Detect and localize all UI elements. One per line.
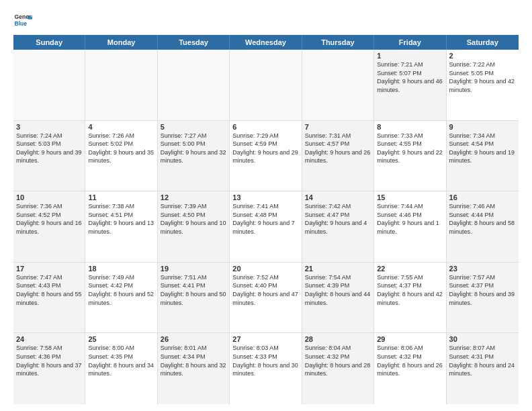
day-number: 18 — [88, 265, 154, 273]
calendar-cell — [85, 50, 157, 120]
day-number: 13 — [232, 193, 298, 201]
calendar-cell: 1Sunrise: 7:21 AM Sunset: 5:07 PM Daylig… — [374, 50, 446, 120]
day-number: 5 — [161, 123, 226, 131]
calendar-cell: 10Sunrise: 7:36 AM Sunset: 4:52 PM Dayli… — [13, 191, 85, 262]
calendar-cell: 30Sunrise: 8:07 AM Sunset: 4:31 PM Dayli… — [447, 333, 519, 404]
calendar-header-cell: Tuesday — [158, 35, 230, 50]
cell-details: Sunrise: 7:24 AM Sunset: 5:03 PM Dayligh… — [16, 132, 82, 165]
day-number: 4 — [88, 123, 154, 131]
cell-details: Sunrise: 7:47 AM Sunset: 4:43 PM Dayligh… — [16, 273, 82, 307]
calendar-cell: 14Sunrise: 7:42 AM Sunset: 4:47 PM Dayli… — [302, 191, 374, 262]
day-number: 3 — [16, 123, 82, 131]
calendar-header-cell: Friday — [374, 35, 446, 50]
calendar-cell: 4Sunrise: 7:26 AM Sunset: 5:02 PM Daylig… — [85, 121, 157, 191]
calendar-cell: 11Sunrise: 7:38 AM Sunset: 4:51 PM Dayli… — [85, 191, 157, 262]
calendar-cell: 24Sunrise: 7:58 AM Sunset: 4:36 PM Dayli… — [13, 333, 85, 404]
calendar-cell: 27Sunrise: 8:03 AM Sunset: 4:33 PM Dayli… — [230, 333, 302, 404]
day-number: 2 — [449, 52, 516, 60]
cell-details: Sunrise: 7:33 AM Sunset: 4:55 PM Dayligh… — [377, 132, 443, 165]
day-number: 29 — [377, 335, 443, 343]
cell-details: Sunrise: 7:21 AM Sunset: 5:07 PM Dayligh… — [377, 60, 443, 94]
cell-details: Sunrise: 7:39 AM Sunset: 4:50 PM Dayligh… — [161, 202, 226, 236]
calendar: SundayMondayTuesdayWednesdayThursdayFrid… — [13, 35, 519, 404]
calendar-cell: 22Sunrise: 7:55 AM Sunset: 4:37 PM Dayli… — [374, 263, 446, 333]
day-number: 27 — [232, 335, 298, 343]
day-number: 11 — [88, 193, 154, 201]
calendar-cell: 21Sunrise: 7:54 AM Sunset: 4:39 PM Dayli… — [302, 263, 374, 333]
logo-icon: General Blue — [13, 11, 32, 30]
calendar-header-cell: Wednesday — [230, 35, 302, 50]
cell-details: Sunrise: 8:01 AM Sunset: 4:34 PM Dayligh… — [161, 344, 226, 377]
calendar-body: 1Sunrise: 7:21 AM Sunset: 5:07 PM Daylig… — [13, 50, 519, 404]
day-number: 28 — [305, 335, 371, 343]
calendar-cell: 23Sunrise: 7:57 AM Sunset: 4:37 PM Dayli… — [447, 263, 519, 333]
day-number: 15 — [377, 193, 443, 201]
calendar-row: 24Sunrise: 7:58 AM Sunset: 4:36 PM Dayli… — [13, 333, 519, 404]
day-number: 23 — [449, 265, 516, 273]
day-number: 20 — [232, 265, 298, 273]
cell-details: Sunrise: 8:04 AM Sunset: 4:32 PM Dayligh… — [305, 344, 371, 377]
calendar-cell: 12Sunrise: 7:39 AM Sunset: 4:50 PM Dayli… — [158, 191, 230, 262]
calendar-cell: 7Sunrise: 7:31 AM Sunset: 4:57 PM Daylig… — [302, 121, 374, 191]
cell-details: Sunrise: 7:44 AM Sunset: 4:46 PM Dayligh… — [377, 202, 443, 236]
calendar-row: 1Sunrise: 7:21 AM Sunset: 5:07 PM Daylig… — [13, 50, 519, 121]
calendar-header-cell: Thursday — [302, 35, 374, 50]
cell-details: Sunrise: 7:46 AM Sunset: 4:44 PM Dayligh… — [449, 202, 516, 236]
cell-details: Sunrise: 7:58 AM Sunset: 4:36 PM Dayligh… — [16, 344, 82, 377]
cell-details: Sunrise: 7:54 AM Sunset: 4:39 PM Dayligh… — [305, 273, 371, 307]
day-number: 8 — [377, 123, 443, 131]
calendar-cell: 25Sunrise: 8:00 AM Sunset: 4:35 PM Dayli… — [85, 333, 157, 404]
cell-details: Sunrise: 8:06 AM Sunset: 4:32 PM Dayligh… — [377, 344, 443, 377]
calendar-row: 3Sunrise: 7:24 AM Sunset: 5:03 PM Daylig… — [13, 121, 519, 192]
calendar-cell: 9Sunrise: 7:34 AM Sunset: 4:54 PM Daylig… — [447, 121, 519, 191]
cell-details: Sunrise: 7:36 AM Sunset: 4:52 PM Dayligh… — [16, 202, 82, 236]
calendar-cell: 3Sunrise: 7:24 AM Sunset: 5:03 PM Daylig… — [13, 121, 85, 191]
cell-details: Sunrise: 7:52 AM Sunset: 4:40 PM Dayligh… — [232, 273, 298, 307]
calendar-cell: 5Sunrise: 7:27 AM Sunset: 5:00 PM Daylig… — [158, 121, 230, 191]
cell-details: Sunrise: 7:51 AM Sunset: 4:41 PM Dayligh… — [161, 273, 226, 307]
calendar-cell: 8Sunrise: 7:33 AM Sunset: 4:55 PM Daylig… — [374, 121, 446, 191]
calendar-cell: 18Sunrise: 7:49 AM Sunset: 4:42 PM Dayli… — [85, 263, 157, 333]
day-number: 1 — [377, 52, 443, 60]
calendar-cell: 20Sunrise: 7:52 AM Sunset: 4:40 PM Dayli… — [230, 263, 302, 333]
calendar-cell — [158, 50, 230, 120]
day-number: 12 — [161, 193, 226, 201]
calendar-cell: 28Sunrise: 8:04 AM Sunset: 4:32 PM Dayli… — [302, 333, 374, 404]
calendar-cell: 26Sunrise: 8:01 AM Sunset: 4:34 PM Dayli… — [158, 333, 230, 404]
day-number: 26 — [161, 335, 226, 343]
cell-details: Sunrise: 7:31 AM Sunset: 4:57 PM Dayligh… — [305, 132, 371, 165]
day-number: 24 — [16, 335, 82, 343]
calendar-cell: 13Sunrise: 7:41 AM Sunset: 4:48 PM Dayli… — [230, 191, 302, 262]
day-number: 17 — [16, 265, 82, 273]
calendar-cell: 6Sunrise: 7:29 AM Sunset: 4:59 PM Daylig… — [230, 121, 302, 191]
calendar-header-cell: Saturday — [447, 35, 519, 50]
calendar-header: SundayMondayTuesdayWednesdayThursdayFrid… — [13, 35, 519, 50]
cell-details: Sunrise: 8:07 AM Sunset: 4:31 PM Dayligh… — [449, 344, 516, 377]
cell-details: Sunrise: 7:42 AM Sunset: 4:47 PM Dayligh… — [305, 202, 371, 236]
calendar-row: 10Sunrise: 7:36 AM Sunset: 4:52 PM Dayli… — [13, 191, 519, 263]
cell-details: Sunrise: 8:03 AM Sunset: 4:33 PM Dayligh… — [232, 344, 298, 377]
day-number: 9 — [449, 123, 516, 131]
calendar-cell: 29Sunrise: 8:06 AM Sunset: 4:32 PM Dayli… — [374, 333, 446, 404]
cell-details: Sunrise: 7:49 AM Sunset: 4:42 PM Dayligh… — [88, 273, 154, 307]
cell-details: Sunrise: 8:00 AM Sunset: 4:35 PM Dayligh… — [88, 344, 154, 377]
svg-text:Blue: Blue — [15, 20, 28, 27]
day-number: 10 — [16, 193, 82, 201]
day-number: 16 — [449, 193, 516, 201]
cell-details: Sunrise: 7:29 AM Sunset: 4:59 PM Dayligh… — [232, 132, 298, 165]
cell-details: Sunrise: 7:26 AM Sunset: 5:02 PM Dayligh… — [88, 132, 154, 165]
day-number: 19 — [161, 265, 226, 273]
calendar-cell: 17Sunrise: 7:47 AM Sunset: 4:43 PM Dayli… — [13, 263, 85, 333]
cell-details: Sunrise: 7:22 AM Sunset: 5:05 PM Dayligh… — [449, 60, 516, 94]
page-header: General Blue — [13, 11, 519, 30]
calendar-header-cell: Sunday — [13, 35, 85, 50]
calendar-cell — [230, 50, 302, 120]
cell-details: Sunrise: 7:34 AM Sunset: 4:54 PM Dayligh… — [449, 132, 516, 165]
calendar-row: 17Sunrise: 7:47 AM Sunset: 4:43 PM Dayli… — [13, 263, 519, 334]
logo: General Blue — [13, 11, 32, 30]
calendar-cell: 2Sunrise: 7:22 AM Sunset: 5:05 PM Daylig… — [447, 50, 519, 120]
day-number: 22 — [377, 265, 443, 273]
cell-details: Sunrise: 7:27 AM Sunset: 5:00 PM Dayligh… — [161, 132, 226, 165]
calendar-cell — [302, 50, 374, 120]
day-number: 6 — [232, 123, 298, 131]
